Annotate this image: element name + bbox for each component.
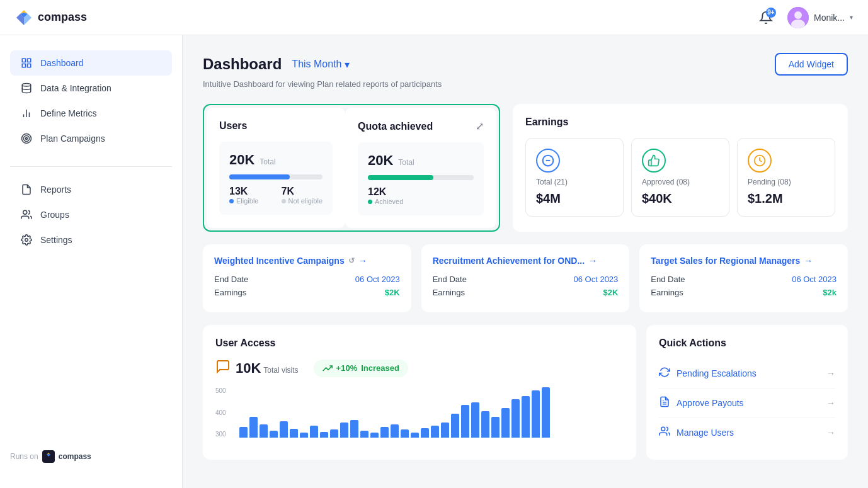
- qa-item-manage-users[interactable]: Manage Users →: [659, 418, 835, 447]
- approve-payouts-label: Approve Payouts: [677, 398, 744, 408]
- users-widget-title: Users: [219, 120, 333, 132]
- campaign-title-recruitment: Recruitment Achievement for OND...: [433, 256, 585, 266]
- bar-chart: [239, 387, 624, 438]
- sidebar-item-define-metrics[interactable]: Define Metrics: [10, 101, 172, 126]
- month-filter[interactable]: This Month ▾: [292, 59, 349, 71]
- quota-widget-title: Quota achieved: [358, 121, 433, 132]
- users-eligible-value: 13K: [229, 186, 258, 197]
- file-icon: [20, 183, 33, 196]
- visits-icon: [215, 359, 231, 377]
- qa-arrow-payouts: →: [826, 398, 835, 408]
- users-not-eligible-label: Not eligible: [282, 197, 323, 205]
- total-visits-value: 10K: [236, 360, 261, 376]
- quota-total-label: Total: [398, 158, 414, 167]
- runs-on-logo: [42, 450, 55, 463]
- campaign-detail-date-target-sales: End Date 06 Oct 2023: [651, 275, 837, 284]
- sidebar-settings-label: Settings: [40, 235, 72, 245]
- campaign-arrow-weighted: →: [358, 256, 367, 266]
- sidebar-item-settings[interactable]: Settings: [10, 227, 172, 253]
- qa-item-pending-escalations[interactable]: Pending Escalations →: [659, 359, 835, 389]
- campaign-link-target-sales[interactable]: Target Sales for Regional Managers →: [651, 256, 837, 266]
- quota-achieved-label: Achieved: [368, 198, 403, 205]
- sidebar-item-dashboard[interactable]: Dashboard: [10, 50, 172, 76]
- y-axis: 500 400 300: [215, 387, 226, 438]
- qa-item-approve-payouts[interactable]: Approve Payouts →: [659, 389, 835, 418]
- bar: [441, 423, 449, 438]
- sidebar-campaigns-label: Plan Campaigns: [40, 133, 105, 144]
- page-title: Dashboard: [203, 55, 282, 73]
- quota-widget: Quota achieved ⤢ 20K Total: [345, 108, 496, 228]
- runs-on-label: Runs on: [10, 452, 38, 461]
- sidebar-item-groups[interactable]: Groups: [10, 202, 172, 227]
- bar: [451, 414, 459, 438]
- bar: [280, 421, 288, 438]
- month-filter-label: This Month: [292, 59, 341, 70]
- add-widget-button[interactable]: Add Widget: [775, 53, 848, 76]
- topnav-right: 9+ Monik... ▾: [755, 6, 853, 29]
- y-axis-300: 300: [215, 431, 226, 438]
- bar: [310, 426, 318, 438]
- sidebar-item-reports[interactable]: Reports: [10, 177, 172, 202]
- earnings-widget: Earnings Total (21) $4M: [513, 104, 848, 232]
- campaign-detail-earnings-recruitment: Earnings $2K: [433, 288, 619, 297]
- approve-payouts-icon: [659, 396, 670, 410]
- campaign-row: Weighted Incentive Campaigns ↺ → End Dat…: [203, 244, 848, 312]
- increase-value: +10%: [336, 363, 358, 373]
- qa-approve-payouts-left: Approve Payouts: [659, 396, 744, 410]
- bar: [260, 424, 268, 438]
- y-axis-500: 500: [215, 387, 226, 394]
- campaign-card-weighted: Weighted Incentive Campaigns ↺ → End Dat…: [203, 244, 411, 312]
- sidebar-divider: [10, 166, 172, 167]
- svg-point-27: [661, 427, 665, 431]
- quota-progress-fill: [368, 175, 433, 180]
- bar: [522, 396, 530, 438]
- earning-icon-pending: [748, 149, 772, 173]
- svg-point-19: [25, 239, 28, 242]
- bar: [401, 429, 409, 438]
- quota-achieved-stat: 12K Achieved: [368, 186, 403, 205]
- bar: [340, 423, 348, 438]
- svg-point-11: [22, 84, 31, 87]
- sidebar-item-data-integration[interactable]: Data & Integration: [10, 76, 172, 101]
- quick-actions-title: Quick Actions: [659, 338, 835, 349]
- access-header: User Access: [215, 338, 624, 349]
- campaign-link-weighted[interactable]: Weighted Incentive Campaigns ↺ →: [214, 256, 400, 266]
- users-progress-fill: [229, 174, 290, 179]
- pending-escalations-label: Pending Escalations: [677, 368, 757, 378]
- users-eligible-stat: 13K Eligible: [229, 186, 258, 205]
- campaign-link-recruitment[interactable]: Recruitment Achievement for OND... →: [433, 256, 619, 266]
- page-subtitle: Intuitive Dashboard for viewing Plan rel…: [203, 79, 848, 89]
- users-icon: [20, 208, 33, 221]
- user-menu[interactable]: Monik... ▾: [787, 7, 853, 28]
- bar: [501, 408, 510, 438]
- earning-pending-label: Pending (08): [748, 178, 825, 186]
- notification-button[interactable]: 9+: [755, 6, 777, 29]
- page-header: Dashboard This Month ▾ Add Widget: [203, 53, 848, 76]
- earning-item-pending: Pending (08) $1.2M: [737, 138, 835, 217]
- svg-rect-10: [28, 64, 31, 67]
- qa-pending-escalations-left: Pending Escalations: [659, 366, 757, 380]
- quota-expand-icon[interactable]: ⤢: [476, 120, 484, 132]
- target-icon: [20, 132, 33, 145]
- logo: compass: [15, 9, 87, 26]
- logo-text: compass: [38, 11, 87, 24]
- month-filter-chevron: ▾: [345, 59, 350, 71]
- dot-blue: [229, 199, 234, 203]
- campaign-detail-date-recruitment: End Date 06 Oct 2023: [433, 275, 619, 284]
- runs-on-section: Runs on compass: [0, 440, 182, 473]
- earning-icon-total: [536, 149, 560, 173]
- bar: [421, 428, 429, 438]
- avatar: [787, 7, 809, 28]
- quota-progress-bg: [368, 175, 474, 180]
- access-stats: 10K Total visits +10% Increased: [215, 359, 624, 377]
- sidebar-item-plan-campaigns[interactable]: Plan Campaigns: [10, 126, 172, 151]
- users-quota-wrapper: Users 20K Total 13: [203, 104, 500, 232]
- bar: [320, 432, 328, 438]
- increase-icon: [323, 363, 333, 373]
- bar: [491, 417, 500, 438]
- campaign-title-weighted: Weighted Incentive Campaigns: [214, 256, 345, 266]
- bar: [471, 402, 479, 438]
- bar: [330, 429, 338, 438]
- bar: [239, 427, 248, 438]
- settings-icon: [20, 234, 33, 246]
